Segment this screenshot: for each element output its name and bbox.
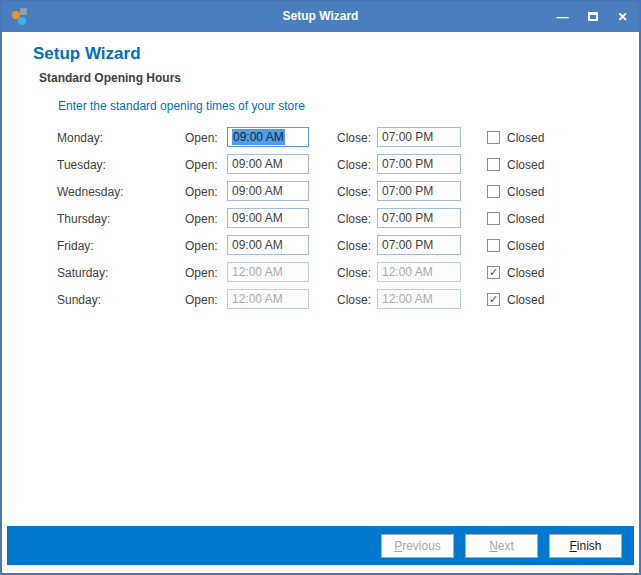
schedule-rows: Monday: Open: 09:00 AM Close: 07:00 PM C… — [55, 126, 585, 315]
open-time-input[interactable]: 09:00 AM — [227, 154, 309, 174]
maximize-icon — [588, 12, 598, 21]
closed-label: Closed — [507, 185, 544, 199]
page-subtitle: Standard Opening Hours — [39, 71, 181, 85]
open-time-value: 09:00 AM — [232, 184, 283, 198]
maximize-button[interactable] — [586, 11, 599, 24]
minimize-button[interactable]: — — [556, 11, 569, 24]
open-time-value: 09:00 AM — [232, 211, 283, 225]
closed-checkbox[interactable] — [487, 239, 500, 252]
open-time-value: 12:00 AM — [232, 265, 283, 279]
close-time-value: 07:00 PM — [382, 238, 433, 252]
schedule-row: Saturday: Open: 12:00 AM Close: 12:00 AM… — [55, 261, 585, 288]
close-time-value: 07:00 PM — [382, 184, 433, 198]
close-time-value: 07:00 PM — [382, 130, 433, 144]
close-label: Close: — [337, 239, 371, 253]
close-time-input[interactable]: 12:00 AM — [377, 289, 461, 309]
button-accelerator: F — [569, 539, 576, 553]
close-time-input[interactable]: 07:00 PM — [377, 181, 461, 201]
closed-label: Closed — [507, 293, 544, 307]
day-label: Friday: — [57, 239, 94, 253]
window-title: Setup Wizard — [2, 9, 639, 23]
button-label: revious — [402, 539, 441, 553]
open-time-input[interactable]: 12:00 AM — [227, 262, 309, 282]
button-label: inish — [577, 539, 602, 553]
open-time-input[interactable]: 09:00 AM — [227, 127, 309, 147]
schedule-row: Monday: Open: 09:00 AM Close: 07:00 PM C… — [55, 126, 585, 153]
open-label: Open: — [185, 212, 218, 226]
close-label: Close: — [337, 212, 371, 226]
close-label: Close: — [337, 185, 371, 199]
close-time-input[interactable]: 07:00 PM — [377, 208, 461, 228]
open-time-value: 09:00 AM — [232, 238, 283, 252]
open-label: Open: — [185, 185, 218, 199]
closed-checkbox[interactable] — [487, 212, 500, 225]
open-label: Open: — [185, 293, 218, 307]
button-accelerator: P — [394, 539, 402, 553]
button-accelerator: N — [489, 539, 498, 553]
open-time-input[interactable]: 12:00 AM — [227, 289, 309, 309]
footer-bar: Previous Next Finish — [7, 526, 634, 565]
button-label: ext — [498, 539, 514, 553]
page-title: Setup Wizard — [33, 44, 141, 64]
close-label: Close: — [337, 158, 371, 172]
day-label: Sunday: — [57, 293, 101, 307]
open-time-input[interactable]: 09:00 AM — [227, 181, 309, 201]
open-time-value: 09:00 AM — [232, 129, 285, 145]
open-time-value: 09:00 AM — [232, 157, 283, 171]
schedule-row: Friday: Open: 09:00 AM Close: 07:00 PM C… — [55, 234, 585, 261]
day-label: Thursday: — [57, 212, 110, 226]
open-label: Open: — [185, 266, 218, 280]
schedule-row: Tuesday: Open: 09:00 AM Close: 07:00 PM … — [55, 153, 585, 180]
setup-wizard-window: Setup Wizard — ✕ Setup Wizard Standard O… — [0, 0, 641, 575]
previous-button[interactable]: Previous — [381, 534, 454, 558]
schedule-row: Wednesday: Open: 09:00 AM Close: 07:00 P… — [55, 180, 585, 207]
day-label: Saturday: — [57, 266, 108, 280]
close-time-input[interactable]: 12:00 AM — [377, 262, 461, 282]
close-time-input[interactable]: 07:00 PM — [377, 127, 461, 147]
day-label: Wednesday: — [57, 185, 124, 199]
closed-checkbox[interactable]: ✓ — [487, 293, 500, 306]
close-time-input[interactable]: 07:00 PM — [377, 154, 461, 174]
closed-checkbox[interactable]: ✓ — [487, 266, 500, 279]
window-controls: — ✕ — [556, 2, 629, 32]
open-label: Open: — [185, 131, 218, 145]
close-label: Close: — [337, 131, 371, 145]
closed-label: Closed — [507, 212, 544, 226]
closed-checkbox[interactable] — [487, 131, 500, 144]
open-time-input[interactable]: 09:00 AM — [227, 208, 309, 228]
schedule-row: Sunday: Open: 12:00 AM Close: 12:00 AM ✓… — [55, 288, 585, 315]
closed-label: Closed — [507, 239, 544, 253]
titlebar[interactable]: Setup Wizard — ✕ — [2, 2, 639, 32]
schedule-row: Thursday: Open: 09:00 AM Close: 07:00 PM… — [55, 207, 585, 234]
closed-label: Closed — [507, 266, 544, 280]
closed-checkbox[interactable] — [487, 185, 500, 198]
day-label: Monday: — [57, 131, 103, 145]
open-time-value: 12:00 AM — [232, 292, 283, 306]
open-label: Open: — [185, 158, 218, 172]
close-time-value: 12:00 AM — [382, 292, 433, 306]
close-label: Close: — [337, 293, 371, 307]
instruction-text: Enter the standard opening times of your… — [58, 99, 305, 113]
finish-button[interactable]: Finish — [549, 534, 622, 558]
open-time-input[interactable]: 09:00 AM — [227, 235, 309, 255]
close-time-input[interactable]: 07:00 PM — [377, 235, 461, 255]
close-time-value: 12:00 AM — [382, 265, 433, 279]
closed-checkbox[interactable] — [487, 158, 500, 171]
close-label: Close: — [337, 266, 371, 280]
close-time-value: 07:00 PM — [382, 211, 433, 225]
close-time-value: 07:00 PM — [382, 157, 433, 171]
closed-label: Closed — [507, 131, 544, 145]
open-label: Open: — [185, 239, 218, 253]
day-label: Tuesday: — [57, 158, 106, 172]
next-button[interactable]: Next — [465, 534, 538, 558]
close-button[interactable]: ✕ — [616, 11, 629, 24]
closed-label: Closed — [507, 158, 544, 172]
